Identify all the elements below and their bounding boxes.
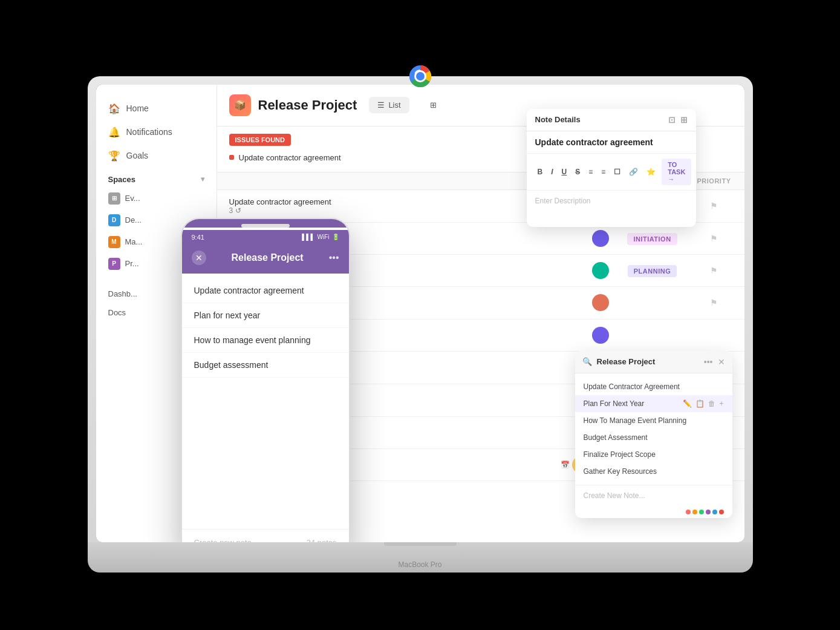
home-icon: 🏠 (108, 103, 120, 114)
phone-note-item[interactable]: Update contractor agreement (182, 278, 349, 303)
laptop-screen-bezel: 🏠 Home 🔔 Notifications 🏆 Goals Spa (88, 76, 753, 542)
panel-note-item[interactable]: Update Contractor Agreement (575, 378, 732, 395)
phone-note-item[interactable]: Budget assessment (182, 353, 349, 378)
phone-top-area (182, 219, 349, 228)
task-date (592, 230, 609, 247)
right-panel-header: 🔍 Release Project ••• ✕ (575, 351, 732, 373)
note-text: Finalize Project Scope (584, 450, 656, 459)
phone-note-text: How to manage event planning (194, 335, 311, 345)
ordered-list-button[interactable]: ≡ (599, 166, 608, 177)
more-options-icon[interactable]: ••• (704, 357, 713, 367)
color-dot-purple (706, 510, 711, 514)
minimize-icon[interactable]: ⊡ (668, 115, 676, 125)
space-pr-avatar: P (108, 258, 120, 270)
chrome-logo (402, 58, 438, 94)
stage-badge: INITIATION (627, 233, 677, 245)
checkbox-button[interactable]: ☐ (611, 166, 623, 177)
task-priority: ⚑ (696, 297, 732, 308)
note-details-popup: Note Details ⊡ ⊞ Update contractor agree… (527, 109, 696, 227)
color-dot-red (686, 510, 691, 514)
sidebar-item-goals[interactable]: 🏆 Goals (96, 144, 217, 168)
space-pr-label: Pr... (125, 259, 139, 268)
task-priority: ⚑ (696, 200, 732, 211)
counter-icon: ↺ (235, 206, 241, 215)
laptop-hinge (384, 542, 457, 546)
close-icon[interactable]: ✕ (718, 357, 725, 367)
space-ma-avatar: M (108, 236, 120, 248)
phone-create-note[interactable]: Create new note (194, 538, 252, 542)
list-icon: ☰ (377, 100, 385, 110)
color-dot-orange (692, 510, 697, 514)
note-text: Gather Key Resources (584, 467, 657, 476)
panel-note-item[interactable]: Budget Assessment (575, 429, 732, 446)
delete-icon[interactable]: 🗑 (708, 399, 715, 408)
space-ev-avatar: ⊞ (108, 192, 120, 205)
phone-status-icons: ▌▌▌ WiFi 🔋 (302, 234, 339, 240)
sidebar-item-notifications[interactable]: 🔔 Notifications (96, 120, 217, 144)
note-toolbar: B I U S ≡ ≡ ☐ 🔗 ⭐ TO TASK → (527, 153, 696, 191)
project-icon: 📦 (229, 94, 251, 116)
phone-note-item[interactable]: Plan for next year (182, 303, 349, 328)
strikethrough-button[interactable]: S (573, 166, 582, 177)
phone-note-text: Plan for next year (194, 310, 261, 320)
bold-button[interactable]: B (535, 166, 545, 177)
copy-icon[interactable]: 📋 (695, 399, 705, 408)
calendar-icon: 📅 (561, 461, 570, 469)
list-view-tab[interactable]: ☰ List (369, 97, 409, 113)
note-title-input[interactable]: Update contractor agreement (527, 131, 696, 153)
star-button[interactable]: ⭐ (644, 166, 658, 177)
sidebar-notifications-label: Notifications (126, 127, 172, 137)
right-panel-footer: Create New Note... (575, 485, 732, 506)
note-description-area[interactable]: Enter Description (527, 191, 696, 227)
to-task-button[interactable]: TO TASK → (662, 159, 691, 185)
phone-more-button[interactable]: ••• (329, 252, 339, 263)
sidebar-item-home[interactable]: 🏠 Home (96, 97, 217, 120)
bullet-list-button[interactable]: ≡ (586, 166, 595, 177)
space-ev-label: Ev... (125, 194, 140, 203)
issues-badge: ISSUES FOUND (229, 134, 291, 146)
th-priority: PRIORITY (696, 177, 732, 185)
add-icon[interactable]: + (719, 399, 723, 408)
note-popup-header: Note Details ⊡ ⊞ (527, 109, 696, 131)
expand-icon[interactable]: ⊞ (680, 115, 688, 125)
task-date (592, 327, 609, 344)
note-description-placeholder: Enter Description (535, 197, 591, 205)
sidebar-item-ev[interactable]: ⊞ Ev... (96, 188, 217, 209)
flag-icon: ⚑ (710, 201, 718, 211)
board-view-tab[interactable]: ⊞ (422, 97, 445, 113)
edit-icon[interactable]: ✏️ (683, 399, 692, 408)
board-icon: ⊞ (430, 100, 437, 110)
laptop-base: MacBook Pro (88, 542, 753, 573)
phone-time: 9:41 (192, 234, 204, 241)
panel-note-item[interactable]: Gather Key Resources (575, 463, 732, 480)
note-text: Update Contractor Agreement (584, 382, 680, 391)
space-de-avatar: D (108, 214, 120, 226)
issue-text: Update contractor agreement (239, 153, 341, 162)
panel-note-item[interactable]: How To Manage Event Planning (575, 412, 732, 429)
right-panel-title: Release Project (597, 357, 699, 366)
flag-icon: ⚑ (710, 298, 718, 307)
task-stage: PLANNING (616, 265, 689, 276)
phone-header: ✕ Release Project ••• (182, 244, 349, 274)
italic-button[interactable]: I (549, 166, 555, 177)
panel-note-item-active[interactable]: Plan For Next Year ✏️ 📋 🗑 + (575, 395, 732, 412)
note-actions: ✏️ 📋 🗑 + (683, 399, 723, 408)
phone-note-text: Update contractor agreement (194, 286, 304, 295)
note-text: Budget Assessment (584, 433, 648, 442)
search-icon[interactable]: 🔍 (582, 357, 592, 367)
phone-note-item[interactable]: How to manage event planning (182, 328, 349, 353)
mobile-phone: 9:41 ▌▌▌ WiFi 🔋 ✕ Release Project ••• (181, 218, 350, 542)
panel-note-item[interactable]: Finalize Project Scope (575, 446, 732, 463)
flag-icon: ⚑ (710, 266, 718, 275)
note-text: How To Manage Event Planning (584, 416, 687, 425)
phone-footer: Create new note 34 notes (182, 529, 349, 542)
link-button[interactable]: 🔗 (627, 166, 640, 177)
phone-close-button[interactable]: ✕ (192, 251, 206, 265)
create-note-input[interactable]: Create New Note... (584, 491, 724, 500)
underline-button[interactable]: U (559, 166, 570, 177)
sidebar-goals-label: Goals (126, 151, 149, 160)
wifi-icon: WiFi (317, 234, 330, 240)
svg-point-4 (416, 72, 425, 80)
task-priority: ⚑ (696, 265, 732, 276)
goals-icon: 🏆 (108, 150, 120, 162)
